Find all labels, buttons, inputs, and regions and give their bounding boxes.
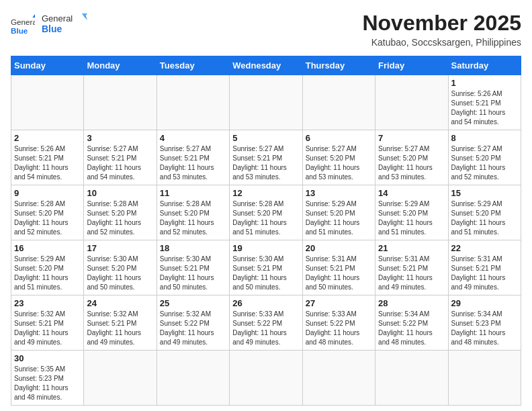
- day-info: Sunrise: 5:26 AM Sunset: 5:21 PM Dayligh…: [14, 144, 81, 182]
- logo-svg: General Blue: [42, 11, 89, 36]
- calendar-cell: [375, 351, 448, 406]
- calendar-cell: 23Sunrise: 5:32 AM Sunset: 5:21 PM Dayli…: [11, 295, 84, 351]
- calendar-cell: 19Sunrise: 5:30 AM Sunset: 5:21 PM Dayli…: [230, 240, 302, 295]
- day-number: 13: [306, 188, 372, 198]
- generalblue-logo-icon: General Blue: [11, 13, 35, 37]
- day-info: Sunrise: 5:32 AM Sunset: 5:21 PM Dayligh…: [87, 310, 153, 347]
- calendar-cell: 13Sunrise: 5:29 AM Sunset: 5:20 PM Dayli…: [302, 185, 375, 240]
- day-number: 24: [87, 298, 153, 308]
- calendar-cell: [302, 75, 375, 130]
- svg-text:General: General: [11, 17, 35, 26]
- calendar-cell: [302, 351, 375, 406]
- calendar-cell: 30Sunrise: 5:35 AM Sunset: 5:23 PM Dayli…: [11, 351, 84, 406]
- calendar-cell: [157, 351, 229, 406]
- day-info: Sunrise: 5:27 AM Sunset: 5:21 PM Dayligh…: [87, 144, 153, 182]
- calendar-cell: [157, 75, 229, 130]
- calendar-week-row: 2Sunrise: 5:26 AM Sunset: 5:21 PM Daylig…: [11, 130, 521, 185]
- day-number: 4: [160, 133, 226, 143]
- day-info: Sunrise: 5:29 AM Sunset: 5:20 PM Dayligh…: [378, 199, 445, 237]
- day-info: Sunrise: 5:31 AM Sunset: 5:21 PM Dayligh…: [378, 255, 445, 292]
- day-number: 18: [160, 243, 226, 253]
- day-info: Sunrise: 5:28 AM Sunset: 5:20 PM Dayligh…: [160, 199, 226, 237]
- weekday-header-row: SundayMondayTuesdayWednesdayThursdayFrid…: [11, 56, 521, 75]
- calendar-cell: 4Sunrise: 5:27 AM Sunset: 5:21 PM Daylig…: [157, 130, 229, 185]
- day-info: Sunrise: 5:29 AM Sunset: 5:20 PM Dayligh…: [451, 199, 518, 237]
- day-info: Sunrise: 5:28 AM Sunset: 5:20 PM Dayligh…: [232, 199, 299, 237]
- calendar-cell: 24Sunrise: 5:32 AM Sunset: 5:21 PM Dayli…: [84, 295, 157, 351]
- calendar-cell: 15Sunrise: 5:29 AM Sunset: 5:20 PM Dayli…: [448, 185, 521, 240]
- calendar-header: SundayMondayTuesdayWednesdayThursdayFrid…: [11, 56, 521, 75]
- day-info: Sunrise: 5:29 AM Sunset: 5:20 PM Dayligh…: [306, 199, 372, 237]
- svg-marker-2: [32, 14, 35, 17]
- calendar-cell: 12Sunrise: 5:28 AM Sunset: 5:20 PM Dayli…: [230, 185, 302, 240]
- day-info: Sunrise: 5:26 AM Sunset: 5:21 PM Dayligh…: [451, 89, 518, 127]
- day-number: 30: [14, 353, 81, 363]
- day-info: Sunrise: 5:27 AM Sunset: 5:20 PM Dayligh…: [378, 144, 445, 182]
- calendar-table: SundayMondayTuesdayWednesdayThursdayFrid…: [11, 56, 521, 406]
- calendar-cell: 11Sunrise: 5:28 AM Sunset: 5:20 PM Dayli…: [157, 185, 229, 240]
- day-info: Sunrise: 5:34 AM Sunset: 5:22 PM Dayligh…: [378, 310, 445, 347]
- calendar-cell: 14Sunrise: 5:29 AM Sunset: 5:20 PM Dayli…: [375, 185, 448, 240]
- calendar-week-row: 16Sunrise: 5:29 AM Sunset: 5:20 PM Dayli…: [11, 240, 521, 295]
- calendar-week-row: 9Sunrise: 5:28 AM Sunset: 5:20 PM Daylig…: [11, 185, 521, 240]
- weekday-header-sunday: Sunday: [11, 56, 84, 75]
- calendar-cell: 1Sunrise: 5:26 AM Sunset: 5:21 PM Daylig…: [448, 75, 521, 130]
- day-number: 25: [160, 298, 226, 308]
- day-info: Sunrise: 5:29 AM Sunset: 5:20 PM Dayligh…: [14, 255, 81, 292]
- day-info: Sunrise: 5:31 AM Sunset: 5:21 PM Dayligh…: [306, 255, 372, 292]
- day-info: Sunrise: 5:30 AM Sunset: 5:21 PM Dayligh…: [232, 255, 299, 292]
- day-number: 15: [451, 188, 518, 198]
- day-number: 17: [87, 243, 153, 253]
- day-info: Sunrise: 5:28 AM Sunset: 5:20 PM Dayligh…: [87, 199, 153, 237]
- calendar-cell: 18Sunrise: 5:30 AM Sunset: 5:21 PM Dayli…: [157, 240, 229, 295]
- calendar-cell: 26Sunrise: 5:33 AM Sunset: 5:22 PM Dayli…: [230, 295, 302, 351]
- calendar-cell: [84, 351, 157, 406]
- day-info: Sunrise: 5:32 AM Sunset: 5:21 PM Dayligh…: [14, 310, 81, 347]
- day-info: Sunrise: 5:33 AM Sunset: 5:22 PM Dayligh…: [232, 310, 299, 347]
- day-number: 10: [87, 188, 153, 198]
- day-number: 11: [160, 188, 226, 198]
- calendar-cell: [448, 351, 521, 406]
- calendar-cell: 21Sunrise: 5:31 AM Sunset: 5:21 PM Dayli…: [375, 240, 448, 295]
- weekday-header-saturday: Saturday: [448, 56, 521, 75]
- calendar-cell: 8Sunrise: 5:27 AM Sunset: 5:20 PM Daylig…: [448, 130, 521, 185]
- day-number: 12: [232, 188, 299, 198]
- day-number: 28: [378, 298, 445, 308]
- calendar-cell: 22Sunrise: 5:31 AM Sunset: 5:21 PM Dayli…: [448, 240, 521, 295]
- day-number: 14: [378, 188, 445, 198]
- calendar-week-row: 23Sunrise: 5:32 AM Sunset: 5:21 PM Dayli…: [11, 295, 521, 351]
- svg-marker-6: [82, 13, 87, 17]
- svg-text:Blue: Blue: [42, 24, 62, 34]
- day-number: 23: [14, 298, 81, 308]
- weekday-header-monday: Monday: [84, 56, 157, 75]
- day-info: Sunrise: 5:31 AM Sunset: 5:21 PM Dayligh…: [451, 255, 518, 292]
- logo: General Blue General Blue: [11, 11, 89, 39]
- calendar-cell: 17Sunrise: 5:30 AM Sunset: 5:20 PM Dayli…: [84, 240, 157, 295]
- day-info: Sunrise: 5:30 AM Sunset: 5:20 PM Dayligh…: [87, 255, 153, 292]
- day-number: 6: [306, 133, 372, 143]
- day-info: Sunrise: 5:27 AM Sunset: 5:20 PM Dayligh…: [306, 144, 372, 182]
- day-number: 16: [14, 243, 81, 253]
- calendar-cell: 16Sunrise: 5:29 AM Sunset: 5:20 PM Dayli…: [11, 240, 84, 295]
- calendar-cell: [11, 75, 84, 130]
- day-info: Sunrise: 5:28 AM Sunset: 5:20 PM Dayligh…: [14, 199, 81, 237]
- svg-text:General: General: [42, 13, 73, 24]
- day-number: 5: [232, 133, 299, 143]
- calendar-week-row: 30Sunrise: 5:35 AM Sunset: 5:23 PM Dayli…: [11, 351, 521, 406]
- day-info: Sunrise: 5:33 AM Sunset: 5:22 PM Dayligh…: [306, 310, 372, 347]
- calendar-cell: 25Sunrise: 5:32 AM Sunset: 5:22 PM Dayli…: [157, 295, 229, 351]
- day-info: Sunrise: 5:27 AM Sunset: 5:21 PM Dayligh…: [160, 144, 226, 182]
- calendar-cell: 2Sunrise: 5:26 AM Sunset: 5:21 PM Daylig…: [11, 130, 84, 185]
- calendar-cell: 3Sunrise: 5:27 AM Sunset: 5:21 PM Daylig…: [84, 130, 157, 185]
- day-info: Sunrise: 5:34 AM Sunset: 5:23 PM Dayligh…: [451, 310, 518, 347]
- day-number: 19: [232, 243, 299, 253]
- calendar-cell: 10Sunrise: 5:28 AM Sunset: 5:20 PM Dayli…: [84, 185, 157, 240]
- calendar-cell: 20Sunrise: 5:31 AM Sunset: 5:21 PM Dayli…: [302, 240, 375, 295]
- day-info: Sunrise: 5:30 AM Sunset: 5:21 PM Dayligh…: [160, 255, 226, 292]
- day-number: 2: [14, 133, 81, 143]
- calendar-cell: 29Sunrise: 5:34 AM Sunset: 5:23 PM Dayli…: [448, 295, 521, 351]
- calendar-cell: 7Sunrise: 5:27 AM Sunset: 5:20 PM Daylig…: [375, 130, 448, 185]
- calendar-body: 1Sunrise: 5:26 AM Sunset: 5:21 PM Daylig…: [11, 75, 521, 406]
- calendar-cell: 28Sunrise: 5:34 AM Sunset: 5:22 PM Dayli…: [375, 295, 448, 351]
- day-number: 3: [87, 133, 153, 143]
